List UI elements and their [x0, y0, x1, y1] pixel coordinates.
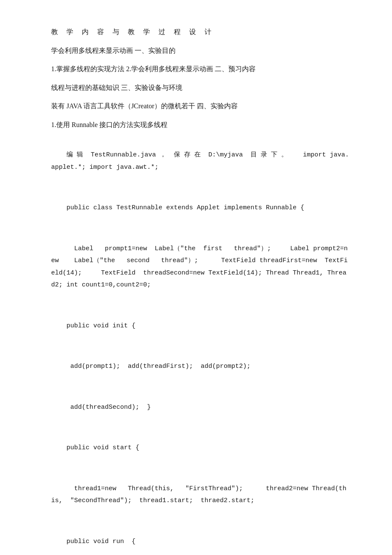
code-class-text: public class TestRunnable extends Applet… [66, 204, 304, 211]
prereq-section: 线程与进程的基础知识 三、实验设备与环境 [51, 81, 349, 94]
code-add2-text: add(threadSecond); } [66, 404, 151, 411]
code-add-section: add(prompt1); add(threadFirst); add(prom… [51, 349, 349, 385]
exp-title-text: 1.使用 Runnable 接口的方法实现多线程 [51, 121, 167, 128]
equipment-text: 装有 JAVA 语言工具软件（JCreator）的微机若干 四、实验内容 [51, 102, 238, 110]
subtitle-text: 学会利用多线程来显示动画 一、实验目的 [51, 47, 176, 54]
code-add2-section: add(threadSecond); } [51, 389, 349, 426]
code-start-text: public void start { [66, 444, 139, 451]
code-run-section: public void run { [51, 523, 349, 555]
code-init-section: public void init { [51, 308, 349, 344]
edit-instruction-text: 编 辑 TestRunnable.java ， 保 存 在 D:\myjava … [51, 151, 349, 171]
main-heading: 教 学 内 容 与 教 学 过 程 设 计 [51, 26, 349, 38]
content-area: 教 学 内 容 与 教 学 过 程 设 计 学会利用多线程来显示动画 一、实验目… [51, 26, 349, 555]
objectives-section: 1.掌握多线程的实现方法 2.学会利用多线程来显示动画 二、预习内容 [51, 63, 349, 75]
code-thread-section: thread1=new Thread(this, "FirstThread");… [51, 471, 349, 519]
exp-title-section: 1.使用 Runnable 接口的方法实现多线程 [51, 119, 349, 131]
prereq-text: 线程与进程的基础知识 三、实验设备与环境 [51, 84, 182, 91]
code-fields-text: Label prompt1=new Label（"the first threa… [51, 245, 348, 289]
edit-instruction-section: 编 辑 TestRunnable.java ， 保 存 在 D:\myjava … [51, 137, 349, 186]
code-thread-text: thread1=new Thread(this, "FirstThread");… [51, 485, 346, 505]
code-fields-section: Label prompt1=new Label（"the first threa… [51, 231, 349, 304]
code-class-section: public class TestRunnable extends Applet… [51, 190, 349, 227]
code-start-section: public void start { [51, 430, 349, 467]
objectives-text: 1.掌握多线程的实现方法 2.学会利用多线程来显示动画 二、预习内容 [51, 65, 256, 72]
heading-text: 教 学 内 容 与 教 学 过 程 设 计 [51, 28, 215, 35]
code-init-text: public void init { [66, 322, 135, 330]
subtitle-section: 学会利用多线程来显示动画 一、实验目的 [51, 44, 349, 57]
code-run-text: public void run { [66, 538, 135, 545]
equipment-section: 装有 JAVA 语言工具软件（JCreator）的微机若干 四、实验内容 [51, 100, 349, 113]
code-add-text: add(prompt1); add(threadFirst); add(prom… [66, 363, 251, 370]
